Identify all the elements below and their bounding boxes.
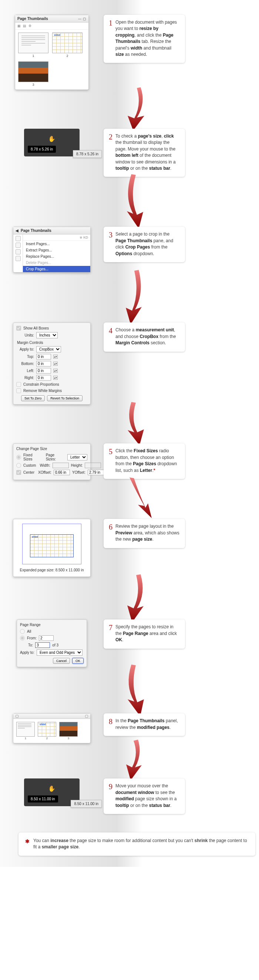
thumb-label: 3 (59, 737, 78, 740)
set-to-zero-button[interactable]: Set To Zero (21, 395, 45, 401)
thumbnail[interactable]: 1 (16, 722, 35, 740)
all-radio[interactable] (20, 629, 25, 634)
show-all-label: Show All Boxes (23, 326, 49, 330)
toolbar-icon[interactable] (16, 243, 21, 248)
revert-button[interactable]: Revert To Selection (47, 395, 83, 401)
bottom-label: Bottom: (16, 362, 34, 366)
to-input[interactable] (35, 642, 50, 648)
units-label: Units: (16, 333, 34, 337)
constrain-checkbox[interactable] (16, 382, 21, 387)
yoffset-input[interactable] (88, 470, 104, 475)
pagesizes-select[interactable]: Letter (67, 454, 87, 460)
fixed-sizes-radio[interactable] (16, 455, 21, 460)
side-icons (13, 234, 23, 272)
step-number: 8 (109, 718, 112, 725)
arrow-icon (109, 474, 157, 523)
top-input[interactable] (36, 354, 51, 360)
applyto-select[interactable]: Even and Odd Pages (37, 649, 83, 655)
toolbar-icon[interactable] (16, 236, 21, 241)
show-all-checkbox[interactable] (16, 326, 21, 331)
width-input[interactable] (53, 463, 69, 468)
top-label: Top: (16, 355, 34, 359)
options-dropdown-panel: ◀ Page Thumbnails ※ KD Insert Pages... E… (13, 227, 91, 272)
thumb-label: 1 (16, 737, 35, 740)
units-select[interactable]: Inches (36, 332, 58, 338)
hand-cursor-icon: ✋ (28, 785, 76, 792)
toolbar-icon[interactable]: ▤ (23, 24, 26, 28)
preview-area (22, 523, 82, 564)
menu-extract-pages[interactable]: Extract Pages... (23, 247, 90, 253)
of-label: of 3 (52, 643, 58, 647)
spinner-icon[interactable]: ▴▾ (53, 369, 58, 373)
panel-toolbar: ▦ ▤ ⚙ (15, 22, 88, 30)
bottom-input[interactable] (36, 361, 51, 366)
thumbnail[interactable]: 2 (38, 722, 56, 740)
all-label: All (27, 629, 31, 633)
menu-replace-pages[interactable]: Replace Pages... (23, 253, 90, 259)
arrow-icon (109, 84, 157, 132)
toolbar-icon (85, 715, 88, 718)
back-icon[interactable]: ◀ (16, 229, 19, 232)
document-window-corner: ✋ 8.50 x 11.00 in 8.50 x 11.00 in (24, 778, 80, 806)
step-text: Click the Fixed Sizes radio button, then… (115, 448, 180, 474)
page-thumbnails-panel: Page Thumbnails —▢ ▦ ▤ ⚙ 1 2 3 (15, 15, 89, 90)
from-radio[interactable] (20, 636, 25, 641)
toolbar-icon (16, 715, 19, 718)
applyto-label: Apply to: (20, 651, 34, 655)
step-text: In the Page Thumbnails panel, review the… (115, 718, 180, 731)
hand-cursor-icon: ✋ (28, 135, 76, 142)
footnote-text: You can increase the page size to make r… (33, 838, 249, 851)
custom-radio[interactable] (16, 463, 21, 468)
thumbnail[interactable]: 3 (18, 61, 48, 86)
spinner-icon[interactable]: ▴▾ (53, 362, 58, 366)
step-text: Review the page layout in the Preview ar… (115, 523, 180, 542)
height-input[interactable] (85, 463, 101, 468)
to-label: To: (28, 643, 33, 647)
removewhite-checkbox[interactable] (16, 388, 21, 393)
step-card-2: 2 To check a page's size, click the thum… (104, 129, 185, 177)
crop-outline (30, 535, 74, 557)
thumbnail[interactable]: 3 (59, 722, 78, 740)
toolbar-icon[interactable] (16, 249, 21, 255)
left-input[interactable] (36, 368, 51, 374)
page-range-panel: Page Range All From: To: of 3 Apply to: … (17, 619, 87, 667)
step-card-3: 3 Select a page to crop in the Page Thum… (104, 227, 185, 262)
panel-heading: Change Page Size (16, 447, 87, 451)
fixed-sizes-label: Fixed Sizes (23, 453, 42, 461)
change-page-size-panel: Change Page Size Fixed Sizes Page Sizes:… (13, 444, 91, 480)
toolbar-icon[interactable] (16, 256, 21, 261)
toolbar-icon[interactable]: ⚙ (29, 24, 32, 28)
step-text: Move your mouse over the document window… (115, 783, 180, 809)
ok-button[interactable]: OK (72, 658, 84, 664)
menu-insert-pages[interactable]: Insert Pages... (23, 241, 90, 247)
menu-crop-pages[interactable]: Crop Pages... (23, 266, 90, 272)
spinner-icon[interactable]: ▴▾ (53, 376, 58, 380)
arrow-icon (109, 738, 157, 782)
step-card-8: 8 In the Page Thumbnails panel, review t… (104, 713, 185, 736)
step-number: 3 (109, 231, 112, 239)
toolbar-tag: ※ KD (80, 235, 88, 239)
step-card-7: 7 Specify the pages to resize in the Pag… (104, 619, 185, 648)
panel-title: Page Thumbnails (18, 17, 48, 21)
applyto-label: Apply to: (16, 347, 34, 351)
center-checkbox[interactable] (16, 470, 21, 475)
thumbnail[interactable]: 2 (52, 33, 83, 58)
from-input[interactable] (39, 635, 54, 641)
preview-panel: Expanded page size: 8.500 x 11.000 in (13, 519, 91, 577)
step-text: To check a page's size, click the thumbn… (115, 133, 180, 172)
xoffset-input[interactable] (54, 470, 70, 475)
panel-controls: —▢ (78, 17, 86, 21)
toolbar-icon[interactable]: ▦ (18, 24, 21, 28)
thumb-label: 2 (52, 54, 83, 58)
step-text: Specify the pages to resize in the Page … (115, 624, 180, 643)
arrow-icon (109, 662, 157, 717)
spinner-icon[interactable]: ▴▾ (53, 355, 58, 359)
size-tooltip: 8.78 x 5.26 in (28, 146, 56, 153)
thumbnail[interactable]: 1 (18, 33, 48, 58)
applyto-select[interactable]: CropBox (36, 346, 61, 352)
size-statusbar: 8.78 x 5.26 in (73, 150, 102, 158)
constrain-label: Constrain Proportions (23, 382, 59, 387)
step-number: 5 (109, 448, 112, 455)
right-input[interactable] (36, 375, 51, 380)
cancel-button[interactable]: Cancel (53, 658, 70, 664)
